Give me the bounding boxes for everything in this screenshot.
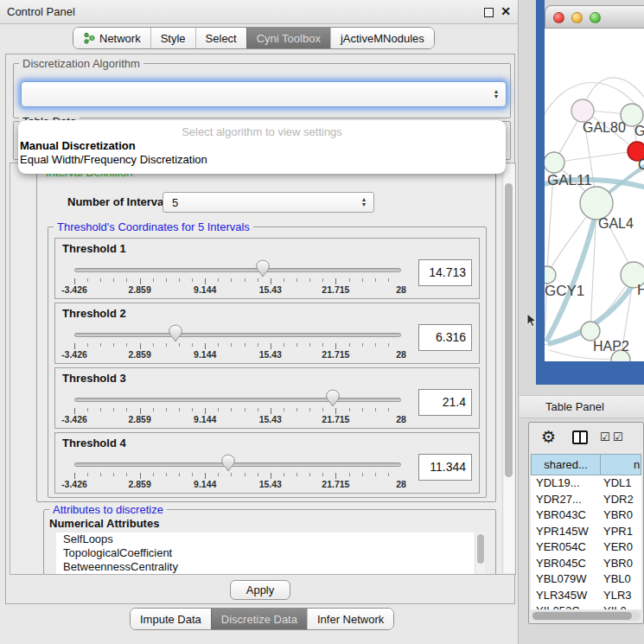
close-icon[interactable]: ✕ (501, 4, 511, 18)
threshold-2-row: Threshold 2 -3.426 2.859 9.144 15.43 21.… (54, 303, 480, 364)
network-node-gal4[interactable] (580, 187, 613, 220)
panel-title: Control Panel (7, 0, 75, 23)
attributes-list-scrollbar[interactable] (475, 532, 485, 575)
svg-text:GCY1: GCY1 (545, 283, 584, 299)
interval-definition-group: Interval Definition Number of Intervals … (36, 172, 496, 502)
threshold-1-row: Threshold 1 -3.426 2.859 9.144 15.43 21.… (54, 238, 480, 299)
tab-infer-network[interactable]: Infer Network (307, 609, 393, 629)
threshold-3-value-field[interactable]: 21.4 (418, 389, 472, 416)
table-panel: ⚙ ☑ ☑ shared... n YDL19...YDL1 YDR27...Y… (528, 422, 644, 624)
table-row[interactable]: YBR045CYBR0 (531, 556, 641, 572)
network-node-gal80[interactable] (571, 99, 594, 122)
close-traffic-light[interactable] (553, 12, 564, 23)
network-node-hap2[interactable] (581, 322, 600, 341)
table-horizontal-scrollbar[interactable] (532, 611, 641, 621)
tab-cyni-toolbox-label: Cyni Toolbox (257, 32, 321, 45)
slider-scale-labels: -3.426 2.859 9.144 15.43 21.715 28 (74, 414, 401, 425)
table-row[interactable]: YDR27...YDR2 (531, 492, 641, 508)
table-row[interactable]: YLR345WYLR3 (531, 588, 641, 604)
table-panel-title: Table Panel (545, 396, 604, 418)
algorithm-hint-text: Select algorithm to view settings (18, 125, 506, 138)
svg-text:GA: GA (634, 124, 644, 138)
zoom-traffic-light[interactable] (590, 12, 601, 23)
network-node-gcy1[interactable] (545, 266, 556, 284)
tab-impute-data[interactable]: Impute Data (131, 609, 211, 629)
control-panel: Control Panel ✕ Network Style Select Cyn… (0, 0, 519, 644)
table-row[interactable]: YBR043CYBR0 (531, 507, 641, 524)
network-window-titlebar[interactable] (545, 5, 644, 29)
svg-text:GAL11: GAL11 (547, 172, 592, 188)
network-window-frame (536, 0, 545, 385)
list-item[interactable]: TopologicalCoefficient (56, 546, 485, 560)
attributes-group: Attributes to discretize Numerical Attri… (43, 509, 496, 575)
svg-text:HAP2: HAP2 (593, 339, 629, 354)
scrollbar-thumb[interactable] (505, 183, 513, 477)
list-item[interactable]: SelfLoops (56, 532, 485, 546)
num-intervals-value: 5 (172, 193, 178, 212)
table-row[interactable]: YBL079WYBL0 (531, 571, 641, 588)
option-manual-discretization[interactable]: Manual Discretization (18, 138, 506, 152)
discretization-algorithm-group-title: Discretization Algorithm (19, 57, 143, 70)
network-canvas[interactable]: GAL80 GA C GAL11 GAL4 GCY1 H HAP2 (545, 29, 644, 361)
checkbox-icon[interactable]: ☑ (600, 430, 610, 443)
table-row[interactable]: YER054CYER0 (531, 539, 641, 556)
apply-button[interactable]: Apply (230, 580, 290, 600)
threshold-2-value-field[interactable]: 6.316 (418, 324, 472, 351)
minimize-traffic-light[interactable] (571, 12, 583, 23)
tab-cyni-toolbox[interactable]: Cyni Toolbox (246, 28, 330, 48)
tab-jactivemnodules[interactable]: jActiveMNodules (330, 28, 434, 48)
gear-icon[interactable]: ⚙ (541, 427, 556, 447)
scrollbar-thumb[interactable] (532, 612, 632, 620)
num-intervals-combobox[interactable]: 5 ▲▼ (163, 192, 374, 213)
threshold-2-slider-thumb[interactable] (169, 324, 183, 342)
option-equal-width-frequency[interactable]: Equal Width/Frequency Discretization (18, 152, 506, 166)
thresholds-group-title: Threshold's Coordinates for 5 Intervals (54, 220, 253, 233)
threshold-4-value-field[interactable]: 11.344 (418, 454, 472, 481)
tab-style[interactable]: Style (150, 28, 195, 48)
tab-select-label: Select (206, 32, 237, 45)
combo-arrows-icon: ▲▼ (359, 193, 369, 212)
threshold-1-value-field[interactable]: 14.713 (418, 259, 472, 286)
tab-network[interactable]: Network (73, 28, 150, 48)
attributes-group-title: Attributes to discretize (49, 503, 167, 516)
list-item[interactable]: BetweennessCentrality (56, 560, 485, 574)
threshold-2-slider-track[interactable] (74, 333, 401, 337)
svg-text:C: C (638, 157, 644, 172)
tab-infer-network-label: Infer Network (317, 613, 384, 626)
float-window-icon[interactable] (484, 8, 494, 17)
table-row[interactable]: YDL19...YDL1 (531, 475, 641, 492)
slider-scale-labels: -3.426 2.859 9.144 15.43 21.715 28 (74, 284, 401, 296)
threshold-3-row: Threshold 3 -3.426 2.859 9.144 15.43 21.… (54, 367, 480, 429)
network-node-gal11[interactable] (545, 152, 564, 173)
checkbox-icon[interactable]: ☑ (613, 430, 623, 443)
numerical-attributes-label: Numerical Attributes (49, 517, 159, 530)
column-header-name[interactable]: n (600, 454, 641, 475)
tab-style-label: Style (161, 32, 186, 45)
algorithm-combobox[interactable]: ▲▼ (21, 81, 507, 107)
tab-select[interactable]: Select (195, 28, 246, 48)
slider-tick-marks (74, 408, 401, 414)
threshold-3-slider-track[interactable] (74, 398, 401, 402)
svg-text:H: H (637, 282, 644, 298)
screenshot-root: Control Panel ✕ Network Style Select Cyn… (0, 0, 644, 644)
tab-jactivemnodules-label: jActiveMNodules (341, 32, 424, 45)
svg-text:GAL4: GAL4 (598, 216, 634, 231)
tab-discretize-data[interactable]: Discretize Data (211, 609, 307, 629)
discretization-algorithm-group: Discretization Algorithm ▲▼ (13, 63, 511, 118)
algorithm-dropdown-popup: Select algorithm to view settings Manual… (18, 120, 506, 174)
node-attribute-table: shared... n YDL19...YDL1 YDR27...YDR2 YB… (531, 454, 641, 609)
columns-icon[interactable] (572, 430, 588, 444)
column-header-shared-name[interactable]: shared... (531, 454, 600, 475)
threshold-4-slider-thumb[interactable] (220, 454, 235, 472)
threshold-1-slider-track[interactable] (74, 268, 401, 272)
settings-vertical-scrollbar[interactable] (502, 164, 514, 573)
table-row[interactable]: YPR145WYPR1 (531, 524, 641, 540)
threshold-3-slider-thumb[interactable] (325, 389, 340, 407)
scrollbar-thumb[interactable] (477, 534, 484, 564)
table-row[interactable]: YIL052CYIL0 (531, 603, 641, 609)
threshold-4-slider-track[interactable] (74, 462, 401, 467)
threshold-1-slider-thumb[interactable] (256, 259, 271, 277)
threshold-4-row: Threshold 4 -3.426 2.859 9.144 15.43 21.… (54, 432, 480, 494)
combo-arrows-icon: ▲▼ (491, 82, 501, 106)
control-panel-titlebar: Control Panel ✕ (0, 0, 518, 24)
